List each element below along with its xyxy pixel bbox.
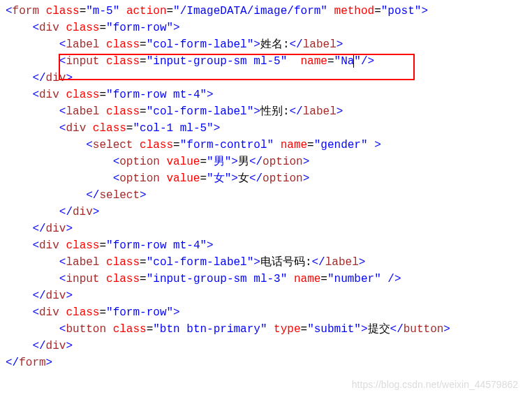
token-eq: = [147, 323, 154, 336]
token-brkt: > [337, 38, 343, 51]
code-line[interactable]: </div> [6, 338, 526, 354]
token-brkt: > [231, 172, 238, 185]
token-tag: label [303, 38, 337, 51]
token-attr: name [301, 55, 327, 68]
token-attr: class [140, 139, 173, 151]
token-brkt: > [253, 256, 260, 269]
token-txt: 姓名: [260, 38, 290, 51]
token-brkt: < [32, 89, 39, 101]
token-eq: = [99, 239, 106, 252]
code-line[interactable]: </div> [6, 287, 526, 304]
token-tag: div [46, 72, 66, 84]
token-brkt: > [173, 22, 180, 34]
token-eq: = [99, 22, 106, 34]
token-txt [99, 273, 106, 285]
token-txt [160, 172, 167, 185]
token-brkt: </ [390, 323, 404, 336]
token-attr: class [66, 306, 99, 319]
token-brkt: > [421, 5, 428, 17]
token-txt [106, 323, 113, 336]
code-line[interactable]: <option value="男">男</option> [6, 154, 526, 170]
token-eq: = [140, 38, 147, 51]
token-txt [133, 139, 140, 151]
token-tag: div [46, 340, 66, 352]
code-line[interactable]: <select class="form-control" name="gende… [6, 137, 526, 154]
token-brkt: </ [32, 340, 45, 352]
token-attr: value [166, 156, 200, 168]
token-str: "form-row mt-4" [106, 89, 207, 101]
code-line[interactable]: </div> [6, 220, 526, 237]
token-brkt: < [113, 172, 120, 185]
token-tag: div [46, 290, 66, 302]
code-line[interactable]: </div> [6, 204, 526, 220]
token-str: "form-row" [106, 306, 173, 319]
token-attr: name [294, 273, 320, 285]
token-tag: div [39, 89, 59, 101]
token-brkt: > [359, 256, 366, 269]
code-block[interactable]: <form class="m-5" action="/ImageDATA/ima… [0, 0, 532, 374]
code-line[interactable]: <input class="input-group-sm ml-5" name=… [6, 53, 526, 70]
token-brkt: > [337, 105, 343, 118]
token-txt [59, 239, 66, 252]
token-attr: class [46, 5, 80, 17]
code-line[interactable]: </div> [6, 70, 526, 87]
code-line[interactable]: <input class="input-group-sm ml-3" name=… [6, 271, 526, 287]
token-brkt: > [140, 189, 147, 202]
code-line[interactable]: <label class="col-form-label">电话号码:</lab… [6, 254, 526, 271]
code-line[interactable]: <label class="col-form-label">姓名:</label… [6, 36, 526, 53]
code-line[interactable]: <div class="col-1 ml-5"> [6, 120, 526, 137]
code-line[interactable]: </select> [6, 187, 526, 204]
token-tag: form [19, 357, 45, 369]
token-tag: option [119, 156, 160, 168]
token-txt [59, 306, 66, 319]
code-line[interactable]: <option value="女">女</option> [6, 170, 526, 187]
token-tag: div [39, 306, 59, 319]
code-line[interactable]: <label class="col-form-label">性别:</label… [6, 103, 526, 120]
code-line[interactable]: <form class="m-5" action="/ImageDATA/ima… [6, 3, 526, 20]
code-line[interactable]: <button class="btn btn-primary" type="su… [6, 321, 526, 338]
token-brkt: </ [59, 206, 73, 218]
token-attr: method [334, 5, 375, 17]
token-str: "col-form-label" [147, 105, 254, 118]
token-txt [287, 273, 294, 285]
token-txt: 电话号码: [260, 256, 312, 269]
token-txt [86, 122, 93, 135]
token-brkt: > [66, 223, 73, 235]
token-brkt: > [361, 323, 368, 336]
token-brkt: > [66, 340, 73, 352]
watermark-text: https://blog.csdn.net/weixin_44579862 [352, 376, 518, 393]
token-tag: label [66, 38, 99, 51]
token-brkt: </ [32, 290, 45, 302]
token-brkt: < [32, 22, 39, 34]
code-line[interactable]: <div class="form-row"> [6, 20, 526, 36]
token-brkt: > [214, 122, 221, 135]
token-tag: select [99, 189, 140, 202]
code-line[interactable]: <div class="form-row"> [6, 304, 526, 321]
token-brkt: /> [387, 273, 401, 285]
token-str: "女" [207, 172, 231, 185]
token-str: "number" [327, 273, 381, 285]
token-brkt: < [59, 273, 66, 285]
token-brkt: > [303, 172, 310, 185]
token-eq: = [80, 5, 87, 17]
token-eq: = [99, 306, 106, 319]
token-attr: name [281, 139, 307, 151]
token-attr: value [166, 172, 200, 185]
token-str: "col-form-label" [147, 38, 254, 51]
token-txt: 女 [238, 172, 249, 185]
token-str: "input-group-sm ml-5" [147, 55, 288, 68]
token-txt [267, 323, 274, 336]
token-eq: = [374, 5, 381, 17]
code-line[interactable]: </form> [6, 354, 526, 371]
token-tag: option [263, 156, 303, 168]
token-txt: 男 [238, 156, 249, 168]
token-eq: = [301, 323, 308, 336]
code-line[interactable]: <div class="form-row mt-4"> [6, 87, 526, 103]
code-line[interactable]: <div class="form-row mt-4"> [6, 237, 526, 254]
token-txt [99, 256, 106, 269]
token-brkt: < [59, 122, 66, 135]
token-brkt: /> [361, 55, 374, 68]
token-str: "btn btn-primary" [153, 323, 267, 336]
token-eq: = [99, 89, 106, 101]
token-attr: class [93, 122, 126, 135]
